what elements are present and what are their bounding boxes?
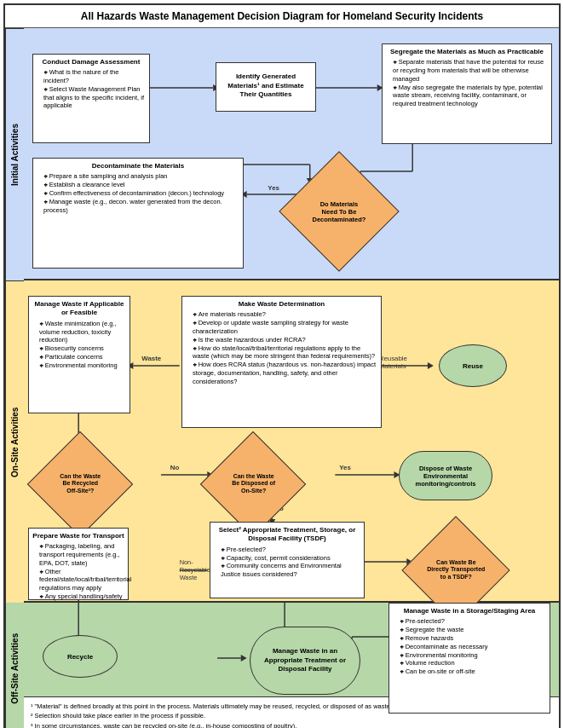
dispose-oval-sub: Environmental monitoring/controls — [400, 472, 492, 488]
content-area: Yes No Co — [24, 28, 559, 728]
select-tsdf-item-2: Capacity, cost, permit considerations — [221, 554, 360, 563]
conduct-damage-item-2: Select Waste Management Plan that aligns… — [43, 85, 146, 110]
decontaminate-item-2: Establish a clearance level — [43, 181, 239, 189]
decontaminate-box: Decontaminate the Materials Prepare a si… — [32, 158, 244, 269]
section-labels: Initial Activities On-Site Activities Of… — [5, 28, 24, 728]
diagram-area: Initial Activities On-Site Activities Of… — [5, 28, 559, 728]
svg-text:Waste: Waste — [141, 355, 162, 362]
manage-treatment-box: Manage Waste in an Appropriate Treatment… — [250, 627, 360, 695]
make-waste-item-2: Develop or update waste sampling strateg… — [193, 319, 377, 336]
dispose-oval-title: Dispose of Waste — [400, 465, 492, 472]
svg-marker-54 — [241, 655, 247, 662]
manage-storage-item-3: Remove hazards — [400, 634, 546, 643]
section-initial: Yes No Co — [24, 28, 559, 280]
recycle-oval: Recycle — [43, 635, 118, 678]
manage-waste-applicable-title: Manage Waste if Applicable or Feasible — [32, 300, 126, 318]
svg-text:Recyclable: Recyclable — [180, 566, 210, 574]
decontaminate-title: Decontaminate the Materials — [37, 162, 239, 170]
label-offsite: Off-Site Activities — [5, 603, 24, 728]
conduct-damage-title: Conduct Damage Assessment — [37, 58, 146, 66]
manage-storage-item-1: Pre-selected? — [400, 617, 546, 626]
label-initial: Initial Activities — [5, 28, 24, 280]
manage-waste-applicable-item-3: Particulate concerns — [39, 353, 126, 361]
segregate-box: Segregate the Materials as Much as Pract… — [382, 43, 552, 144]
recycled-diamond: Can the WasteBe RecycledOff-Site³? — [27, 431, 133, 537]
main-container: All Hazards Waste Management Decision Di… — [3, 3, 561, 728]
manage-waste-applicable-item-4: Environmental monitoring — [39, 361, 126, 370]
title: All Hazards Waste Management Decision Di… — [5, 5, 559, 28]
svg-text:Yes: Yes — [268, 184, 279, 192]
prepare-transport-title: Prepare Waste for Transport — [32, 532, 124, 540]
svg-text:Non-: Non- — [180, 558, 194, 566]
section-onsite: Waste Reusable Materials No — [24, 280, 559, 603]
manage-storage-item-7: Can be on-site or off-site — [400, 667, 546, 676]
decontaminate-diamond: Do MaterialsNeed To BeDecontaminated? — [279, 151, 399, 271]
manage-waste-applicable-box: Manage Waste if Applicable or Feasible W… — [28, 296, 130, 413]
make-waste-list: Are materials reusable? Develop or updat… — [186, 310, 377, 385]
label-onsite: On-Site Activities — [5, 280, 24, 603]
manage-waste-applicable-item-1: Waste minimization (e.g., volume reducti… — [39, 320, 126, 344]
decontaminate-diamond-text: Do MaterialsNeed To BeDecontaminated? — [313, 200, 366, 223]
manage-storage-title: Manage Waste in a Storage/Staging Area — [393, 607, 546, 615]
manage-storage-box: Manage Waste in a Storage/Staging Area P… — [388, 603, 550, 714]
prepare-transport-item-2: Other federal/state/local/tribal/territo… — [39, 568, 124, 592]
disposed-diamond-text: Can the WasteBe Disposed ofOn-Site? — [232, 473, 275, 494]
decontaminate-item-4: Manage waste (e.g., decon. water generat… — [43, 198, 239, 215]
select-tsdf-item-1: Pre-selected? — [221, 546, 360, 554]
section-offsite: Yes Recycle Manage Waste in an Appropria… — [24, 603, 559, 696]
make-waste-item-4: How do state/local/tribal/territorial re… — [193, 344, 377, 361]
prepare-transport-list: Packaging, labeling, and transport requi… — [32, 542, 124, 609]
manage-treatment-text: Manage Waste in an Appropriate Treatment… — [257, 647, 353, 673]
decontaminate-item-1: Prepare a site sampling and analysis pla… — [43, 172, 239, 181]
manage-waste-applicable-list: Waste minimization (e.g., volume reducti… — [32, 320, 126, 370]
transport-diamond-text: Can Waste BeDirectly Transportedto a TSD… — [427, 559, 485, 581]
segregate-item-1: Separate materials that have the potenti… — [393, 58, 548, 83]
reuse-oval: Reuse — [439, 344, 507, 387]
manage-storage-item-6: Volume reduction — [400, 659, 546, 667]
svg-text:Reusable: Reusable — [379, 355, 408, 362]
conduct-damage-list: What is the nature of the incident? Sele… — [37, 68, 146, 110]
identify-materials-box: Identify Generated Materials¹ and Estima… — [216, 62, 316, 112]
make-waste-title: Make Waste Determination — [186, 300, 377, 309]
conduct-damage-item-1: What is the nature of the incident? — [43, 68, 146, 85]
manage-storage-item-4: Decontaminate as necessary — [400, 643, 546, 651]
dispose-oval: Dispose of Waste Environmental monitorin… — [399, 451, 492, 500]
recycled-diamond-text: Can the WasteBe RecycledOff-Site³? — [60, 473, 101, 494]
select-tsdf-list: Pre-selected? Capacity, cost, permit con… — [214, 546, 360, 579]
svg-marker-21 — [428, 362, 434, 369]
manage-storage-list: Pre-selected? Segregate the waste Remove… — [393, 617, 546, 676]
make-waste-item-5: How does RCRA status (hazardous vs. non-… — [193, 361, 377, 385]
svg-text:Yes: Yes — [339, 464, 351, 471]
svg-text:No: No — [170, 464, 180, 471]
make-waste-item-3: Is the waste hazardous under RCRA? — [193, 336, 377, 344]
svg-text:Materials: Materials — [379, 362, 406, 370]
decontaminate-list: Prepare a site sampling and analysis pla… — [37, 172, 239, 214]
select-tsdf-box: Select² Appropriate Treatment, Storage, … — [210, 522, 365, 598]
select-tsdf-item-3: Community concerns and Environmental Jus… — [221, 562, 360, 579]
footnote-3: ³ In some circumstances, waste can be re… — [31, 721, 552, 729]
make-waste-box: Make Waste Determination Are materials r… — [181, 296, 382, 428]
conduct-damage-box: Conduct Damage Assessment What is the na… — [32, 54, 150, 143]
recycle-label: Recycle — [67, 653, 93, 661]
decontaminate-item-3: Confirm effectiveness of decontamination… — [43, 189, 239, 198]
segregate-item-2: May also segregate the materials by type… — [393, 84, 548, 108]
reuse-label: Reuse — [463, 362, 483, 370]
prepare-transport-item-1: Packaging, labeling, and transport requi… — [39, 542, 124, 567]
manage-storage-item-2: Segregate the waste — [400, 626, 546, 634]
svg-text:Waste: Waste — [180, 574, 198, 581]
manage-waste-applicable-item-2: Biosecurity concerns — [39, 344, 126, 353]
manage-storage-item-5: Environmental monitoring — [400, 651, 546, 660]
select-tsdf-title: Select² Appropriate Treatment, Storage, … — [214, 526, 360, 544]
make-waste-item-1: Are materials reusable? — [193, 310, 377, 319]
segregate-list: Separate materials that have the potenti… — [386, 58, 548, 108]
prepare-transport-box: Prepare Waste for Transport Packaging, l… — [28, 528, 129, 600]
identify-materials-title: Identify Generated Materials¹ and Estima… — [220, 72, 312, 99]
segregate-title: Segregate the Materials as Much as Pract… — [386, 48, 548, 56]
